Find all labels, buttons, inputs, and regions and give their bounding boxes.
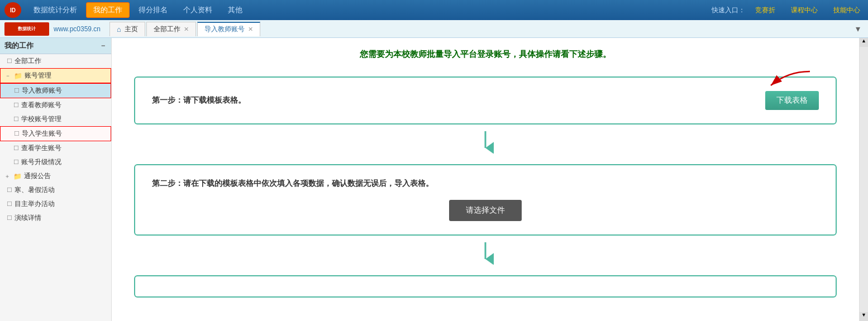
sidebar-item-all-work-label: 全部工作 (15, 56, 41, 66)
site-url: www.pc0359.cn (54, 25, 101, 33)
tab-import-teacher-close[interactable]: ✕ (248, 26, 253, 33)
second-bar: 数据统计 www.pc0359.cn ⌂ 主页 全部工作 ✕ 导入教师账号 ✕ … (0, 20, 868, 38)
content-area: 您需要为本校教师批量导入平台登录账号，具体操作请看下述步骤。 第一步：请下载模板… (112, 38, 859, 321)
tab-bar: ⌂ 主页 全部工作 ✕ 导入教师账号 ✕ (109, 22, 852, 36)
download-template-btn[interactable]: 下载表格 (765, 91, 819, 110)
top-nav: ID 数据统计分析 我的工作 得分排名 个人资料 其他 快速入口： 竞赛折 课程… (0, 0, 868, 20)
sidebar-item-school-label: 学校账号管理 (21, 114, 61, 124)
file-icon-view-student: ☐ (13, 145, 19, 152)
sidebar-header: 我的工作 － (0, 38, 111, 54)
file-icon-import-teacher: ☐ (14, 87, 20, 94)
sidebar: 我的工作 － ☐ 全部工作 － 📁 账号管理 ☐ 导入教师账号 ☐ 查看教师账号… (0, 38, 112, 321)
red-arrow-svg (754, 69, 821, 91)
sidebar-section-account-label: 账号管理 (25, 71, 51, 80)
quick-link-competition[interactable]: 竞赛折 (755, 6, 775, 15)
sidebar-item-view-student-label: 查看学生账号 (21, 143, 61, 153)
sidebar-item-holiday-label: 寒、暑假活动 (15, 185, 55, 195)
quick-link-courses[interactable]: 课程中心 (791, 6, 818, 15)
sidebar-item-performance[interactable]: ☐ 演续详情 (0, 211, 111, 225)
nav-item-profile[interactable]: 个人资料 (177, 3, 219, 17)
nav-item-ranking[interactable]: 得分排名 (132, 3, 174, 17)
sidebar-item-import-teacher-label: 导入教师账号 (22, 86, 62, 95)
scroll-up-btn[interactable]: ▲ (860, 38, 868, 47)
sidebar-item-import-teacher[interactable]: ☐ 导入教师账号 (0, 83, 111, 98)
scroll-down-btn[interactable]: ▼ (860, 312, 868, 321)
main-layout: 我的工作 － ☐ 全部工作 － 📁 账号管理 ☐ 导入教师账号 ☐ 查看教师账号… (0, 38, 868, 321)
sidebar-item-performance-label: 演续详情 (15, 213, 41, 223)
sidebar-section-account[interactable]: － 📁 账号管理 (0, 68, 111, 83)
step2-label: 第二步：请在下载的模板表格中依次填入各项数据，确认数据无误后，导入表格。 (152, 179, 819, 189)
tab-dropdown-btn[interactable]: ▾ (852, 23, 864, 34)
step1-area: 第一步：请下载模板表格。 下载表格 (152, 91, 819, 110)
sidebar-section-announcement[interactable]: ＋ 📁 通报公告 (0, 169, 111, 183)
step1-label: 第一步：请下载模板表格。 (152, 95, 765, 106)
plus-icon-announcement[interactable]: ＋ (4, 173, 10, 180)
tab-home[interactable]: ⌂ 主页 (109, 22, 145, 36)
right-scrollbar[interactable]: ▲ ▼ (859, 38, 868, 321)
sidebar-item-self-event-label: 目主举办活动 (15, 199, 55, 209)
quick-entry-label: 快速入口： (712, 6, 745, 15)
sidebar-item-view-teacher[interactable]: ☐ 查看教师账号 (0, 98, 111, 112)
step1-button-area: 下载表格 (765, 91, 819, 110)
sidebar-item-import-student[interactable]: ☐ 导入学生账号 (0, 126, 111, 141)
tab-home-label: 主页 (125, 25, 138, 34)
tab-import-teacher-label: 导入教师账号 (204, 25, 245, 34)
sidebar-item-holiday[interactable]: ☐ 寒、暑假活动 (0, 183, 111, 197)
sidebar-title: 我的工作 (4, 41, 34, 51)
sidebar-item-self-event[interactable]: ☐ 目主举办活动 (0, 197, 111, 211)
second-logo: 数据统计 (4, 22, 49, 36)
sidebar-item-upgrade-label: 账号升级情况 (21, 157, 61, 167)
file-icon-school: ☐ (13, 116, 19, 123)
sidebar-item-all-work[interactable]: ☐ 全部工作 (0, 54, 111, 68)
file-icon-performance: ☐ (7, 214, 12, 222)
step2-button-area: 请选择文件 (152, 200, 819, 221)
sidebar-item-school-account[interactable]: ☐ 学校账号管理 (0, 112, 111, 126)
sidebar-item-view-teacher-label: 查看教师账号 (21, 100, 61, 110)
sidebar-collapse-icon[interactable]: － (99, 41, 107, 51)
file-icon-upgrade: ☐ (13, 159, 19, 166)
tab-all-work-label: 全部工作 (154, 25, 180, 34)
arrow-down-1 (134, 131, 837, 157)
tab-all-work[interactable]: 全部工作 ✕ (146, 22, 196, 36)
sidebar-section-announcement-label: 通报公告 (24, 171, 51, 181)
nav-item-statistics[interactable]: 数据统计分析 (27, 3, 84, 17)
step1-box: 第一步：请下载模板表格。 下载表格 (134, 76, 837, 124)
nav-item-my-work[interactable]: 我的工作 (86, 2, 130, 18)
step2-box: 第二步：请在下载的模板表格中依次填入各项数据，确认数据无误后，导入表格。 请选择… (134, 164, 837, 236)
sidebar-item-view-student[interactable]: ☐ 查看学生账号 (0, 141, 111, 155)
app-logo: ID (4, 2, 21, 18)
file-icon-self-event: ☐ (7, 200, 12, 208)
minus-icon-account[interactable]: － (5, 72, 11, 80)
nav-item-other[interactable]: 其他 (221, 3, 249, 17)
home-icon: ⌂ (117, 25, 121, 33)
down-arrow-svg-2 (477, 242, 494, 265)
arrow-down-2 (134, 242, 837, 269)
file-icon-holiday: ☐ (7, 186, 12, 194)
tab-import-teacher[interactable]: 导入教师账号 ✕ (197, 22, 260, 36)
down-arrow-svg-1 (477, 131, 494, 154)
sidebar-item-account-upgrade[interactable]: ☐ 账号升级情况 (0, 155, 111, 169)
tab-all-work-close[interactable]: ✕ (184, 26, 189, 33)
folder-icon-announcement: 📁 (13, 173, 22, 180)
select-file-btn[interactable]: 请选择文件 (449, 200, 522, 221)
file-icon-view-teacher: ☐ (13, 102, 19, 109)
file-icon-import-student: ☐ (14, 130, 20, 137)
folder-icon-account: 📁 (14, 72, 22, 80)
file-icon-allwork: ☐ (7, 58, 12, 65)
sidebar-item-import-student-label: 导入学生账号 (22, 129, 62, 138)
step3-box-partial (134, 275, 837, 298)
content-title: 您需要为本校教师批量导入平台登录账号，具体操作请看下述步骤。 (134, 49, 837, 60)
quick-link-skills[interactable]: 技能中心 (833, 6, 860, 15)
